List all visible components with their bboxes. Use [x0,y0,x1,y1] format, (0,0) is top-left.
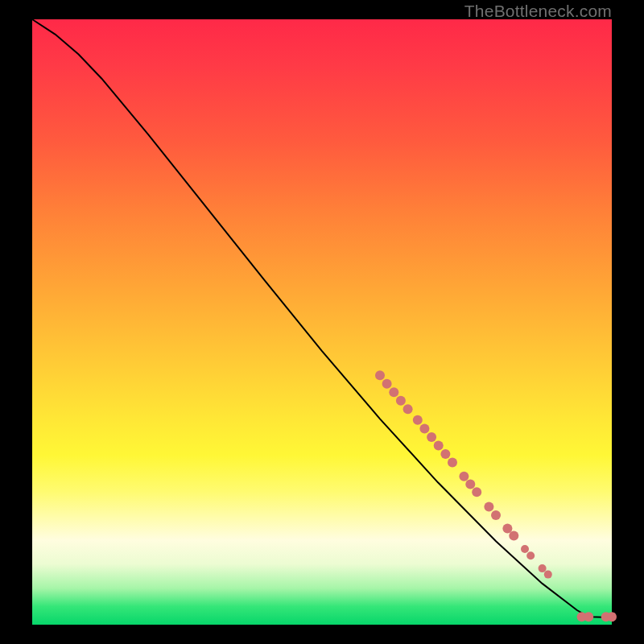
data-point [465,480,475,489]
data-point [440,449,450,459]
data-point [472,487,481,497]
data-point [502,523,512,533]
data-point [434,440,444,450]
data-point [484,502,493,511]
data-point [607,612,617,621]
data-point [539,564,547,572]
data-point [509,531,518,541]
data-point [491,510,501,520]
data-point [389,387,398,397]
bottleneck-curve [32,19,612,617]
data-point [396,396,406,406]
data-point [459,472,469,481]
data-point [382,379,392,389]
data-point [526,551,535,559]
source-label: TheBottleneck.com [464,2,612,21]
data-point [427,432,436,442]
data-point [403,404,413,414]
data-point [375,370,385,380]
data-point [448,458,457,468]
data-point [544,571,552,579]
data-point [584,612,593,621]
data-points [375,370,617,621]
chart-overlay [32,19,612,625]
data-point [521,545,529,553]
data-point [419,423,429,433]
data-point [413,415,423,425]
chart-frame: TheBottleneck.com [0,0,644,644]
